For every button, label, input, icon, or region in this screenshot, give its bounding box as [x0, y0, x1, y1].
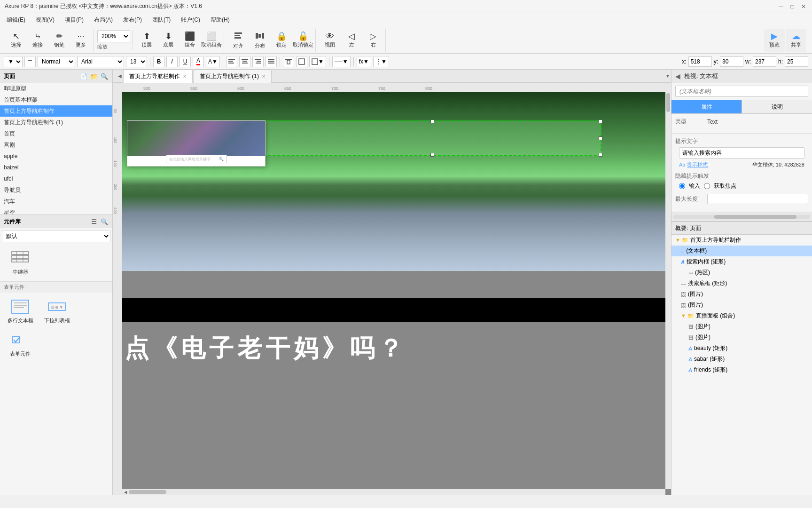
color-fill-btn[interactable]	[296, 56, 307, 67]
preview-btn[interactable]: ▶ 预览	[764, 29, 785, 52]
tab-back-btn[interactable]: ◀	[117, 73, 123, 79]
max-length-input[interactable]	[707, 194, 808, 204]
right-panel-btn[interactable]: ▷ 右	[363, 29, 383, 52]
bottom-layer-btn[interactable]: ⬇ 底层	[158, 29, 179, 52]
canvas-main[interactable]: 点《电子老干妈》吗？ 在此处输入网址或关键字 🔍	[122, 92, 671, 495]
hint-style-label[interactable]: 提示样式	[687, 161, 750, 168]
outline-image1[interactable]: 🖼 (图片)	[671, 289, 812, 300]
page-item-5[interactable]: 宫剧	[0, 139, 112, 151]
scrollbar-thumb-h[interactable]	[129, 490, 166, 494]
italic-btn[interactable]: I	[166, 56, 178, 67]
align-justify-btn[interactable]	[265, 56, 277, 67]
left-panel-btn[interactable]: ◁ 左	[341, 29, 362, 52]
tab-1[interactable]: 首页上方导航栏制作 (1) ✕	[194, 70, 272, 83]
align-left-btn[interactable]	[226, 56, 237, 67]
style-select[interactable]: ▼	[4, 56, 23, 67]
page-item-10[interactable]: 汽车	[0, 196, 112, 207]
inspector-back-btn[interactable]: ◀	[675, 72, 680, 80]
outline-image4[interactable]: 🖼 (图片)	[671, 332, 812, 343]
menu-edit[interactable]: 编辑(E)	[2, 14, 30, 26]
scroll-thumb[interactable]	[714, 215, 796, 219]
font-highlight-btn[interactable]: A▼	[206, 56, 220, 67]
pages-add-folder-btn[interactable]: 📁	[90, 72, 98, 80]
menu-project[interactable]: 项目(P)	[60, 14, 88, 26]
radio-input[interactable]	[679, 183, 685, 189]
canvas-scrollbar-v[interactable]	[665, 92, 671, 489]
component-repeater[interactable]: 中继器	[4, 248, 37, 278]
handle-bottom[interactable]	[430, 153, 434, 157]
outline-image3[interactable]: 🖼 (图片)	[671, 321, 812, 332]
line-style-btn[interactable]: ──▼	[332, 56, 351, 67]
component-checkbox[interactable]: 表单元件	[4, 330, 37, 359]
scrollbar-thumb-v[interactable]	[666, 93, 670, 112]
textbox-name-input[interactable]	[675, 86, 808, 97]
components-menu-btn[interactable]: ☰	[90, 217, 98, 226]
selected-textbox[interactable]	[263, 120, 601, 156]
align-right-btn[interactable]	[252, 56, 264, 67]
connect-tool-btn[interactable]: ⤷ 连接	[27, 29, 48, 52]
pages-add-page-btn[interactable]: 📄	[79, 72, 88, 80]
page-item-4[interactable]: 首页	[0, 128, 112, 139]
menu-view[interactable]: 视图(V)	[31, 14, 59, 26]
top-layer-btn[interactable]: ⬆ 顶层	[136, 29, 157, 52]
menu-publish[interactable]: 发布(P)	[118, 14, 147, 26]
select-tool-btn[interactable]: ↖ 选择	[6, 29, 26, 52]
page-item-11[interactable]: 星空	[0, 207, 112, 214]
canvas-scrollbar-h[interactable]: ◀	[122, 489, 665, 495]
align-btn[interactable]: 对齐	[228, 29, 249, 52]
outline-textbox[interactable]: □ (文本框)	[671, 246, 812, 256]
handle-top[interactable]	[430, 119, 434, 123]
pages-search-btn[interactable]: 🔍	[100, 72, 109, 80]
maximize-btn[interactable]: □	[789, 3, 796, 10]
tab-properties[interactable]: 属性	[671, 100, 742, 113]
page-item-2[interactable]: 首页上方导航栏制作	[0, 105, 112, 117]
menu-account[interactable]: 账户(C)	[176, 14, 205, 26]
ungroup-btn[interactable]: ⬜ 取消组合	[201, 29, 222, 52]
valign-top-btn[interactable]	[283, 56, 294, 67]
page-item-3[interactable]: 首页上方导航栏制作 (1)	[0, 117, 112, 128]
coord-w-input[interactable]	[753, 56, 776, 67]
tab-0[interactable]: 首页上方导航栏制作 ✕	[123, 70, 193, 83]
tab-notes[interactable]: 说明	[742, 100, 812, 113]
close-btn[interactable]: ✕	[800, 3, 807, 10]
outline-sabar[interactable]: A sabar (矩形)	[671, 354, 812, 365]
component-multiline[interactable]: 多行文本框	[4, 296, 37, 326]
page-item-0[interactable]: 咩哩原型	[0, 83, 112, 94]
page-item-8[interactable]: ufei	[0, 173, 112, 184]
components-category-select[interactable]: 默认 流程图 图标库	[2, 230, 110, 242]
outline-search-inner[interactable]: A 搜索内框 (矩形)	[671, 256, 812, 267]
font-color-btn[interactable]: A	[193, 56, 204, 67]
more-fmt-btn[interactable]: ⋮▼	[373, 56, 389, 67]
page-item-9[interactable]: 导航员	[0, 184, 112, 196]
bold-btn[interactable]: B	[153, 56, 164, 67]
outline-root[interactable]: ▼ 📁 首页上方导航栏制作	[671, 235, 812, 246]
tab-0-close[interactable]: ✕	[183, 74, 187, 79]
coord-y-input[interactable]	[720, 56, 743, 67]
components-search-btn[interactable]: 🔍	[100, 217, 109, 226]
color-border-btn[interactable]: ▼	[309, 56, 326, 67]
page-item-6[interactable]: apple	[0, 151, 112, 162]
zoom-select[interactable]: 200% 100% 150% 50%	[97, 30, 130, 42]
distribute-btn[interactable]: 分布	[250, 29, 270, 52]
view-btn[interactable]: 👁 视图	[320, 29, 340, 52]
handle-top-right[interactable]	[599, 119, 602, 123]
underline-btn[interactable]: U	[180, 56, 191, 67]
unlock-btn[interactable]: 🔓 取消锁定	[293, 29, 313, 52]
align-center-btn[interactable]	[239, 56, 250, 67]
scroll-left-btn[interactable]: ◀	[122, 489, 129, 495]
outline-search-outer[interactable]: — 搜索底框 (矩形)	[671, 278, 812, 289]
component-dropdown[interactable]: 选项 ▼ 下拉列表框	[40, 296, 73, 326]
tab-1-close[interactable]: ✕	[262, 74, 265, 79]
page-item-1[interactable]: 首页基本框架	[0, 94, 112, 105]
more-tool-btn[interactable]: ··· 更多	[70, 29, 91, 52]
radio-focus[interactable]	[704, 183, 710, 189]
handle-bottom-right[interactable]	[599, 153, 602, 157]
menu-team[interactable]: 团队(T)	[148, 14, 175, 26]
minimize-btn[interactable]: ─	[777, 3, 785, 10]
font-select[interactable]: Arial	[77, 56, 124, 67]
handle-right[interactable]	[599, 136, 602, 140]
outline-live-panel[interactable]: ▼ 📁 直播面板 (组合)	[671, 310, 812, 321]
coord-h-input[interactable]	[785, 56, 808, 67]
tab-dropdown-btn[interactable]: ▼	[664, 73, 671, 79]
effects-btn[interactable]: fx▼	[357, 56, 371, 67]
